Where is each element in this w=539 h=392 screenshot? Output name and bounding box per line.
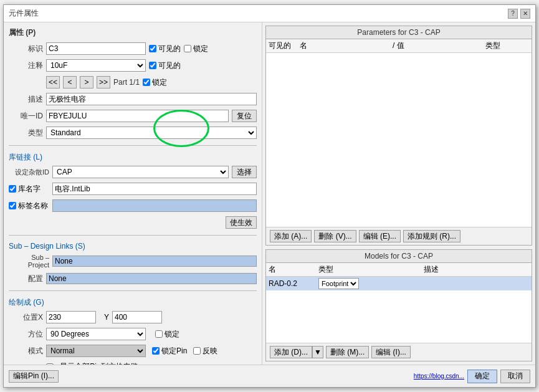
dialog-title: 元件属性 — [9, 8, 39, 19]
reflect-label: 反映 — [203, 346, 217, 356]
params-section: Parameters for C3 - CAP 可见的 名 / 值 类型 添加 … — [265, 26, 532, 246]
nav-next-btn[interactable]: > — [80, 76, 93, 88]
desc-label: 描述 — [9, 94, 43, 105]
uid-row: 唯一ID 复位 — [9, 110, 257, 122]
config-label: 配置 — [9, 274, 43, 284]
model-type-cell: Footprint — [318, 278, 424, 289]
comment-visible-label: 可见的 — [158, 60, 181, 71]
models-col-name: 名 — [269, 264, 318, 275]
lock-pin-checkbox[interactable] — [152, 347, 160, 355]
params-header: Parameters for C3 - CAP — [266, 26, 532, 39]
nav-last-btn[interactable]: >> — [97, 76, 110, 88]
comment-visible-checkbox[interactable] — [149, 62, 156, 69]
sub-project-value: None — [52, 256, 257, 267]
models-del-btn[interactable]: 删除 (M)... — [326, 346, 369, 358]
tag-row: 标签名称 — [9, 199, 257, 212]
lock-pin-label: 锁定Pin — [161, 346, 187, 356]
nav-row: << < > >> Part 1/1 锁定 — [9, 76, 257, 88]
edit-pin-btn[interactable]: 编辑Pin (I)... — [9, 370, 59, 383]
type-dropdown[interactable]: Standard — [46, 127, 257, 139]
params-col-visible: 可见的 — [269, 41, 300, 51]
uid-input[interactable] — [46, 110, 229, 122]
lib-name-row: 库名字 — [9, 183, 257, 195]
reset-btn[interactable]: 复位 — [232, 110, 257, 122]
models-add-btn[interactable]: 添加 (D)... — [270, 346, 312, 358]
lock2-label: 锁定 — [165, 329, 179, 340]
comment-dropdown[interactable]: 10uF — [46, 59, 146, 72]
uid-label: 唯一ID — [9, 111, 43, 122]
model-type-dropdown[interactable]: Footprint — [318, 278, 359, 289]
tag-checkbox[interactable] — [9, 202, 16, 209]
footprint-id-label: 设定杂散ID — [9, 168, 49, 177]
footprint-id-row: 设定杂散ID CAP 选择 — [9, 166, 257, 178]
models-col-type: 类型 — [318, 264, 424, 275]
part-lock-check: 锁定 — [143, 77, 167, 88]
params-col-name: 名 — [300, 41, 393, 51]
apply-btn[interactable]: 使生效 — [226, 216, 257, 229]
help-btn[interactable]: ? — [508, 9, 518, 19]
dialog-body: 属性 (P) 标识 可见的 锁定 注释 10uF — [4, 22, 535, 365]
title-bar: 元件属性 ? ✕ — [4, 5, 535, 22]
sub-project-label: Sub – Project — [9, 254, 49, 269]
part-lock-label: 锁定 — [152, 77, 167, 88]
mode-label: 模式 — [9, 346, 43, 356]
choose-btn[interactable]: 选择 — [232, 166, 257, 178]
params-del-btn[interactable]: 删除 (V)... — [314, 230, 356, 242]
id-input[interactable] — [46, 42, 146, 55]
sub-project-row: Sub – Project None — [9, 254, 257, 269]
params-col-type: 类型 — [485, 41, 529, 51]
mode-dropdown[interactable]: Normal — [46, 345, 146, 357]
orient-dropdown[interactable]: 90 Degrees — [46, 328, 146, 340]
params-table-header: 可见的 名 / 值 类型 — [266, 39, 532, 53]
footer-right: https://blog.csdn... 确定 取消 — [414, 370, 530, 383]
models-add-dropdown-btn[interactable]: ▼ — [312, 346, 323, 358]
pos-y-label: Y — [104, 313, 109, 322]
type-row: 类型 Standard — [9, 127, 257, 139]
ok-btn[interactable]: 确定 — [467, 370, 497, 383]
lock2-checkbox[interactable] — [155, 330, 163, 338]
part-label: Part 1/1 — [113, 78, 140, 87]
tag-check: 标签名称 — [9, 201, 49, 211]
model-row: RAD-0.2 Footprint — [266, 277, 532, 290]
draw-section-label: 绘制成 (G) — [9, 297, 257, 308]
reflect-checkbox[interactable] — [193, 347, 201, 355]
pos-x-input[interactable] — [46, 311, 96, 323]
lock2-check: 锁定 — [155, 329, 179, 340]
nav-first-btn[interactable]: << — [46, 76, 60, 88]
nav-prev-btn[interactable]: < — [63, 76, 77, 88]
part-lock-checkbox[interactable] — [143, 79, 150, 86]
config-row: 配置 None — [9, 273, 257, 284]
mode-row: 模式 Normal 锁定Pin 反映 — [9, 345, 257, 357]
apply-row: 使生效 — [9, 216, 257, 229]
id-label: 标识 — [9, 44, 43, 54]
footer-link[interactable]: https://blog.csdn... — [414, 373, 464, 380]
component-properties-dialog: 元件属性 ? ✕ 属性 (P) 标识 可见的 锁定 — [3, 4, 536, 388]
config-value: None — [46, 273, 257, 284]
close-btn[interactable]: ✕ — [520, 9, 530, 19]
lib-name-input[interactable] — [52, 183, 257, 195]
cancel-btn[interactable]: 取消 — [500, 370, 530, 383]
lock-pin-check: 锁定Pin — [152, 346, 187, 356]
tag-input[interactable] — [52, 199, 257, 212]
id-lock-checkbox[interactable] — [184, 45, 191, 52]
model-name: RAD-0.2 — [269, 279, 318, 288]
models-edit-btn[interactable]: 编辑 (I)... — [371, 346, 411, 358]
id-visible-checkbox[interactable] — [149, 45, 156, 52]
id-row: 标识 可见的 锁定 — [9, 42, 257, 55]
sub-section-label: Sub – Design Links (S) — [9, 242, 257, 251]
models-section: Models for C3 - CAP 名 类型 描述 RAD-0.2 Foot… — [265, 249, 532, 361]
lib-name-checkbox[interactable] — [9, 185, 16, 193]
footprint-id-dropdown[interactable]: CAP — [52, 166, 229, 178]
pos-row: 位置X Y — [9, 311, 257, 323]
desc-input[interactable] — [46, 93, 257, 105]
orient-label: 方位 — [9, 329, 43, 340]
left-panel: 属性 (P) 标识 可见的 锁定 注释 10uF — [4, 22, 262, 365]
params-add-rule-btn[interactable]: 添加规则 (R)... — [403, 230, 460, 242]
type-label: 类型 — [9, 128, 43, 138]
params-add-btn[interactable]: 添加 (A)... — [270, 230, 312, 242]
tag-label: 标签名称 — [18, 201, 48, 211]
pos-y-input[interactable] — [112, 311, 162, 323]
models-buttons: 添加 (D)... ▼ 删除 (M)... 编辑 (I)... — [266, 343, 532, 361]
models-header: Models for C3 - CAP — [266, 250, 532, 263]
params-edit-btn[interactable]: 编辑 (E)... — [359, 230, 401, 242]
